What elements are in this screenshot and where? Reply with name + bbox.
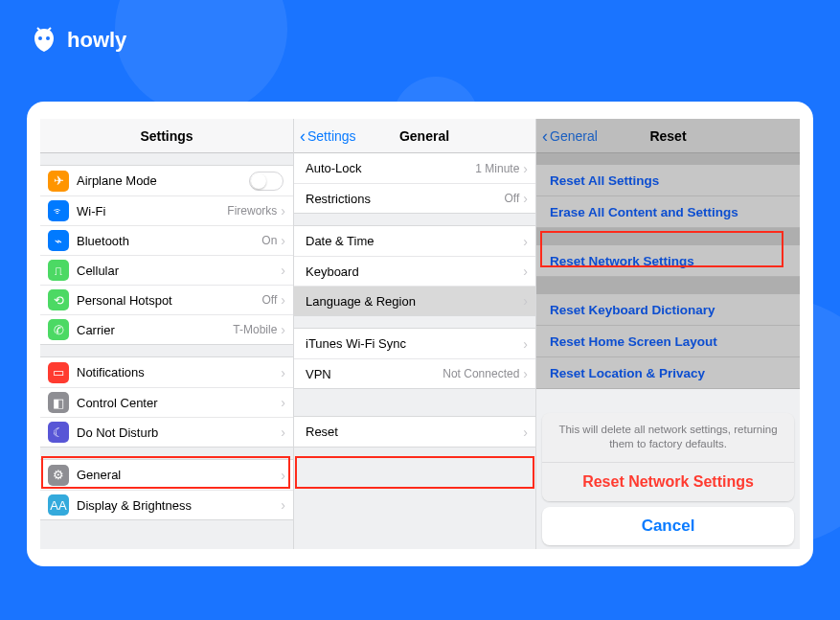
reset-row-erase-all-content-and-settings[interactable]: Erase All Content and Settings [536, 196, 800, 228]
chevron-right-icon: › [281, 203, 285, 218]
reset-title: Reset [649, 128, 686, 144]
reset-row-reset-home-screen-layout[interactable]: Reset Home Screen Layout [536, 326, 800, 357]
notifications-icon: ▭ [48, 362, 69, 383]
dnd-icon: ☾ [48, 422, 69, 443]
settings-row-bluetooth[interactable]: ⌁BluetoothOn› [40, 225, 293, 255]
chevron-right-icon: › [281, 468, 285, 483]
row-label: Cellular [77, 264, 119, 278]
toggle-switch[interactable] [249, 172, 284, 191]
general-row-reset[interactable]: Reset› [294, 417, 535, 447]
row-label: Wi-Fi [77, 204, 105, 218]
row-label: Display & Brightness [77, 498, 192, 513]
chevron-right-icon: › [281, 365, 285, 380]
action-sheet: This will delete all network settings, r… [542, 413, 794, 545]
general-back-button[interactable]: ‹ Settings [300, 119, 356, 152]
row-label: VPN [306, 367, 331, 381]
settings-panel: Settings ✈Airplane ModeᯤWi-FiFireworks›⌁… [40, 119, 294, 549]
reset-row-reset-network-settings[interactable]: Reset Network Settings [536, 245, 800, 277]
row-label: Do Not Disturb [77, 425, 158, 440]
chevron-right-icon: › [281, 233, 285, 248]
general-back-label: Settings [307, 128, 356, 144]
reset-row-reset-keyboard-dictionary[interactable]: Reset Keyboard Dictionary [536, 294, 800, 326]
row-label: Language & Region [306, 294, 416, 309]
settings-row-control-center[interactable]: ◧Control Center› [40, 387, 293, 417]
settings-row-display-brightness[interactable]: AADisplay & Brightness› [40, 490, 293, 519]
chevron-right-icon: › [523, 191, 528, 206]
row-label: Control Center [77, 396, 158, 410]
cellular-icon: ⎍ [48, 260, 69, 281]
settings-row-general[interactable]: ⚙General› [40, 460, 293, 490]
general-row-keyboard[interactable]: Keyboard› [294, 256, 535, 286]
chevron-left-icon: ‹ [300, 127, 306, 145]
general-panel: ‹ Settings General Auto-Lock1 Minute›Res… [294, 119, 536, 549]
chevron-right-icon: › [523, 234, 528, 249]
owl-icon [29, 25, 59, 56]
screenshot-frame: Settings ✈Airplane ModeᯤWi-FiFireworks›⌁… [27, 102, 813, 566]
row-detail: Off [262, 293, 278, 307]
row-detail: Fireworks [227, 204, 277, 218]
reset-header: ‹ General Reset [536, 119, 800, 153]
display-icon: AA [48, 494, 69, 516]
row-detail: Not Connected [443, 367, 519, 380]
reset-row-reset-all-settings[interactable]: Reset All Settings [536, 165, 800, 196]
settings-row-cellular[interactable]: ⎍Cellular› [40, 255, 293, 285]
row-detail: Off [505, 192, 520, 205]
general-header: ‹ Settings General [294, 119, 535, 153]
chevron-right-icon: › [281, 395, 285, 410]
chevron-right-icon: › [281, 322, 285, 337]
chevron-right-icon: › [281, 263, 285, 278]
reset-network-confirm-button[interactable]: Reset Network Settings [542, 463, 794, 501]
row-label: Reset [306, 425, 338, 439]
row-label: Date & Time [306, 234, 375, 248]
general-row-language-region[interactable]: Language & Region› [294, 286, 535, 315]
chevron-right-icon: › [523, 264, 528, 279]
chevron-right-icon: › [523, 366, 528, 381]
reset-back-label: General [550, 128, 598, 144]
row-label: Airplane Mode [77, 173, 157, 188]
reset-back-button[interactable]: ‹ General [542, 119, 598, 152]
row-label: General [77, 468, 121, 482]
row-label: Carrier [77, 323, 115, 337]
chevron-right-icon: › [281, 497, 285, 513]
settings-header: Settings [40, 119, 293, 153]
row-label: iTunes Wi-Fi Sync [306, 336, 406, 351]
settings-row-wi-fi[interactable]: ᯤWi-FiFireworks› [40, 195, 293, 225]
settings-row-notifications[interactable]: ▭Notifications› [40, 357, 293, 387]
general-row-auto-lock[interactable]: Auto-Lock1 Minute› [294, 153, 535, 183]
chevron-left-icon: ‹ [542, 127, 548, 145]
row-detail: On [261, 234, 277, 247]
bluetooth-icon: ⌁ [48, 230, 69, 251]
bg-decor [115, 0, 287, 115]
chevron-right-icon: › [281, 292, 285, 308]
general-icon: ⚙ [48, 465, 69, 486]
settings-row-personal-hotspot[interactable]: ⟲Personal HotspotOff› [40, 285, 293, 314]
brand-logo: howly [29, 25, 126, 56]
row-label: Restrictions [306, 192, 371, 206]
settings-row-carrier[interactable]: ✆CarrierT-Mobile› [40, 314, 293, 344]
general-row-date-time[interactable]: Date & Time› [294, 226, 535, 256]
chevron-right-icon: › [523, 425, 528, 440]
hotspot-icon: ⟲ [48, 289, 69, 310]
chevron-right-icon: › [523, 293, 528, 309]
settings-title: Settings [140, 128, 193, 144]
airplane-icon: ✈ [48, 171, 69, 192]
reset-row-reset-location-privacy[interactable]: Reset Location & Privacy [536, 357, 800, 389]
general-row-vpn[interactable]: VPNNot Connected› [294, 358, 535, 388]
controlcenter-icon: ◧ [48, 392, 69, 413]
row-label: Notifications [77, 365, 145, 379]
action-sheet-message: This will delete all network settings, r… [542, 413, 794, 463]
settings-row-do-not-disturb[interactable]: ☾Do Not Disturb› [40, 417, 293, 447]
general-row-restrictions[interactable]: RestrictionsOff› [294, 183, 535, 213]
row-label: Auto-Lock [306, 161, 362, 175]
row-label: Personal Hotspot [77, 293, 172, 308]
brand-name: howly [67, 28, 126, 53]
chevron-right-icon: › [281, 425, 285, 440]
row-label: Keyboard [306, 264, 359, 279]
cancel-button[interactable]: Cancel [542, 507, 794, 545]
settings-row-airplane-mode[interactable]: ✈Airplane Mode [40, 166, 293, 195]
row-detail: T-Mobile [233, 323, 277, 336]
reset-panel: ‹ General Reset Reset All SettingsErase … [536, 119, 800, 549]
chevron-right-icon: › [523, 336, 528, 352]
general-row-itunes-wi-fi-sync[interactable]: iTunes Wi-Fi Sync› [294, 329, 535, 358]
row-label: Bluetooth [77, 234, 129, 248]
